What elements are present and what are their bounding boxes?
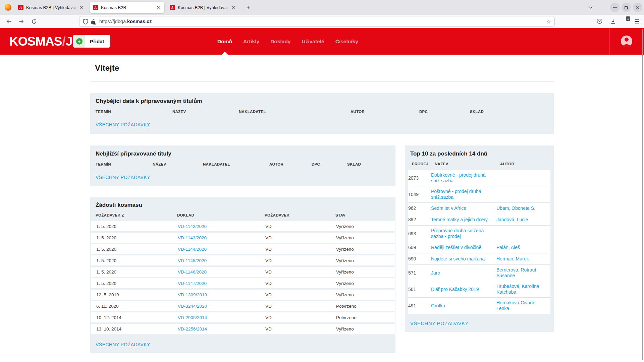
document-link[interactable]: VD-1147/2020 [178,281,207,286]
pocket-icon[interactable] [594,16,604,26]
document-link[interactable]: VD-1146/2020 [178,269,207,275]
tab-close-icon[interactable]: ✕ [230,4,237,11]
url-bar[interactable]: https://jdbqa.kosmas.cz ☆ [79,16,555,27]
request-date: 10. 12. 2014 [96,315,178,320]
column-header: AUTOR [500,162,550,166]
firefox-view-button[interactable] [3,3,13,12]
document-link[interactable]: VD-1144/2020 [178,247,207,252]
request-status: Vyřízeno [336,224,395,229]
author-link[interactable]: Bernerová, Rotraut Susanne [496,267,536,278]
author-link[interactable]: Hrubešová, Karolína Katchaba [496,284,539,295]
panel-title: Top 10 za posledních 14 dnů [405,150,554,157]
page-scrollbar[interactable] [642,29,643,360]
user-avatar-icon[interactable] [621,36,632,47]
add-button[interactable]: + Přidat [73,35,110,48]
author-link[interactable]: Jandová, Lucie [496,217,528,222]
bookmark-star-icon[interactable]: ☆ [546,18,551,25]
nav-item-doklady[interactable]: Doklady [270,28,290,55]
sales-count: 1049 [408,192,431,197]
column-header: DPC [312,162,347,166]
nav-item-domu[interactable]: Domů [217,28,232,55]
request-status: Potvrzeno [336,304,395,309]
divider [90,81,554,81]
document-link[interactable]: VD-3244/2020 [178,304,207,309]
menu-hamburger-icon[interactable] [632,16,642,26]
requests-table: 1. 5. 2020 VD-1142/2020 VD Vyřízeno 1. 5… [90,221,395,334]
kosmas-favicon-icon: A [18,5,23,10]
table-row: 1. 5. 2020 VD-1146/2020 VD Vyřízeno [91,267,395,277]
book-title-link[interactable]: Grófka [431,303,445,308]
extension-badge: 1 [626,16,630,21]
author-link[interactable]: Palán, Aleš [496,245,520,250]
tracking-shield-icon[interactable] [83,19,88,24]
book-title-link[interactable]: Sedm let v Africe [431,205,466,211]
book-title-link[interactable]: Raději zešílet v divočině [431,245,481,250]
all-requests-link[interactable]: VŠECHNY POŽADAVKY [96,122,150,127]
request-date: 1. 5. 2020 [96,258,178,263]
table-row: 491 Grófka Horňáková-Civade, Lenka [408,297,550,314]
window-minimize-button[interactable] [610,3,620,12]
table-row: 10. 12. 2014 VD-2905/2014 VD Potvrzeno [91,312,395,322]
request-type: VD [265,292,336,297]
tab-close-icon[interactable]: ✕ [78,4,85,11]
book-title-link[interactable]: Najděte si svého marťana [431,256,485,261]
author-link[interactable]: Herman, Marek [496,256,529,261]
book-title-link[interactable]: Temné matky a jejich dcery [431,217,488,222]
top10-table: 2073 Dobírkovné - prodej druhá sníž.sazb… [408,170,550,314]
nav-item-uzivatele[interactable]: Uživatelé [302,28,324,55]
window-close-button[interactable] [633,3,642,12]
all-requests-link[interactable]: VŠECHNY POŽADAVKY [96,342,150,347]
request-date: 1. 5. 2020 [96,269,178,275]
reload-button[interactable] [29,16,39,26]
document-link[interactable]: VD-1145/2020 [178,258,207,263]
all-requests-link[interactable]: VŠECHNY POŽADAVKY [410,320,469,326]
table-row: 571 Jaro Bernerová, Rotraut Susanne [408,264,550,281]
browser-tab-3[interactable]: A Kosmas B2B | Vyhledáván ✕ [166,2,239,13]
window-restore-button[interactable] [622,3,631,12]
book-title-link[interactable]: Poštovné - prodej druhá sníž.sazba [431,189,481,200]
firefox-icon [5,4,11,11]
document-link[interactable]: VD-2256/2014 [178,326,207,331]
book-title-link[interactable]: Diář pro Kačabky 2019 [431,287,479,292]
document-link[interactable]: VD-1309/2019 [178,292,207,297]
new-tab-button[interactable]: + [244,3,253,12]
nav-item-artikly[interactable]: Artikly [243,28,259,55]
request-status: Potvrzeno [336,315,395,320]
request-status: Vyřízeno [336,235,395,240]
column-header: SKLAD [347,162,390,166]
sales-count: 892 [408,217,431,223]
panel-title: Chybějící data k připravovaným titulům [96,98,548,105]
upcoming-titles-panel: Nebjližší připravované tituly TERMÍN NÁZ… [90,145,395,186]
browser-tab-2-active[interactable]: A Kosmas B2B ✕ [90,2,164,13]
column-header: PRODEJ [412,162,435,166]
lock-warning-icon[interactable] [91,19,95,24]
request-type: VD [265,224,336,229]
document-link[interactable]: VD-1143/2020 [178,235,207,240]
request-date: 1. 5. 2020 [96,281,178,286]
author-link[interactable]: Horňáková-Civade, Lenka [496,300,537,311]
tab-close-icon[interactable]: ✕ [155,4,162,11]
all-requests-link[interactable]: VŠECHNY POŽADAVKY [96,175,150,180]
browser-tab-1[interactable]: A Kosmas B2B | Vyhledáván ✕ [15,2,88,13]
forward-button[interactable] [16,16,26,26]
table-row: 13. 10. 2014 VD-2256/2014 VD Vyřízeno [91,324,395,334]
author-link[interactable]: Ubam, Obonete S. [496,205,535,211]
url-text: https://jdbqa.kosmas.cz [99,19,546,24]
book-title-link[interactable]: Jaro [431,270,440,276]
document-link[interactable]: VD-2905/2014 [178,315,207,320]
request-status: Vyřízeno [336,326,395,331]
document-link[interactable]: VD-1142/2020 [178,224,207,229]
book-title-link[interactable]: Přepravné druhá snížená sazba - prodej [431,228,484,239]
plus-icon: + [76,38,83,45]
book-title-link[interactable]: Dobírkovné - prodej druhá sníž.sazba [431,172,486,183]
column-header: AUTOR [351,110,419,114]
top10-panel: Top 10 za posledních 14 dnů PRODEJ NÁZEV… [405,145,554,332]
panel-title: Nebjližší připravované tituly [96,150,390,157]
list-all-tabs-chevron-icon[interactable] [586,3,595,11]
nav-item-ciselniky[interactable]: Číselníky [335,28,358,55]
back-button[interactable] [4,16,14,26]
sales-count: 2073 [408,175,431,181]
table-row: 6. 11. 2020 VD-3244/2020 VD Potvrzeno [91,301,395,311]
adblock-extension-icon[interactable]: 1 [620,16,630,26]
downloads-icon[interactable] [608,16,618,26]
